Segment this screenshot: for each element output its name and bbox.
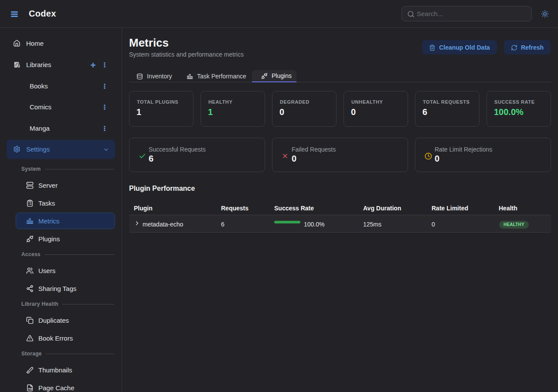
svg-text:PDF: PDF: [28, 388, 33, 390]
